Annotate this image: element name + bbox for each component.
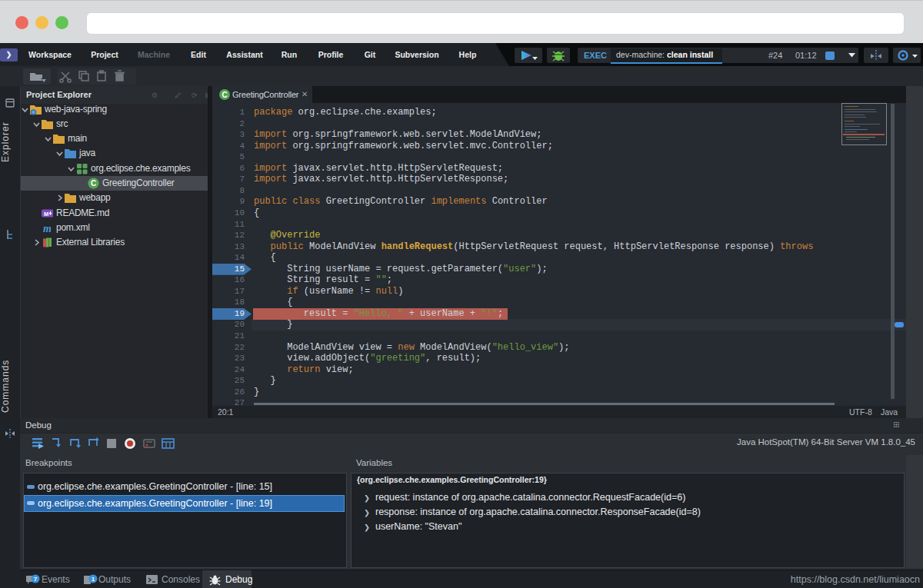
svg-text:m: m xyxy=(43,222,52,234)
svg-text:C: C xyxy=(222,91,227,99)
svg-text:1: 1 xyxy=(92,576,95,583)
svg-text:M: M xyxy=(44,210,48,217)
svg-text:7: 7 xyxy=(34,576,38,583)
svg-text:C: C xyxy=(91,179,96,188)
